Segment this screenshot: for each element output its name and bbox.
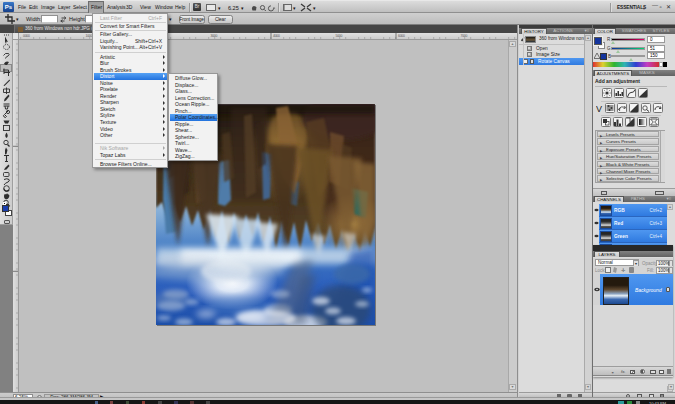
svg-text:V: V (596, 104, 602, 114)
